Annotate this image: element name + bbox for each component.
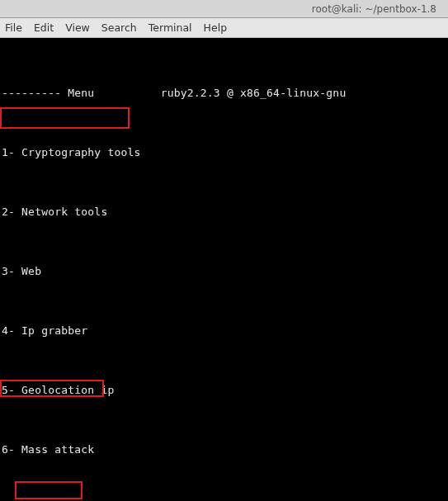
blank-line — [2, 472, 446, 487]
menu-terminal[interactable]: Terminal — [149, 21, 192, 34]
menu-search[interactable]: Search — [101, 21, 137, 34]
menu-edit[interactable]: Edit — [34, 21, 54, 34]
menu-item: 4- Ip grabber — [2, 324, 446, 338]
menu-item: 5- Geolocation ip — [2, 383, 446, 398]
blank-line — [2, 353, 446, 368]
blank-line — [2, 116, 446, 130]
blank-line — [2, 294, 446, 309]
menu-help[interactable]: Help — [204, 21, 228, 34]
window-title: root@kali: ~/pentbox-1.8 — [312, 3, 436, 15]
blank-line — [2, 175, 446, 190]
menu-file[interactable]: File — [5, 21, 22, 34]
menu-item: 3- Web — [2, 264, 446, 279]
menu-bar: File Edit View Search Terminal Help — [0, 18, 448, 38]
menu-item: 1- Cryptography tools — [2, 145, 446, 160]
window-titlebar: root@kali: ~/pentbox-1.8 — [0, 0, 448, 18]
blank-line — [2, 234, 446, 249]
menu-item-highlighted: 2- Network tools — [2, 205, 446, 220]
terminal-output[interactable]: --------- Menu ruby2.2.3 @ x86_64-linux-… — [0, 38, 448, 501]
blank-line — [2, 56, 446, 71]
menu-header: --------- Menu ruby2.2.3 @ x86_64-linux-… — [2, 86, 446, 101]
menu-view[interactable]: View — [65, 21, 90, 34]
blank-line — [2, 413, 446, 428]
menu-item: 6- Mass attack — [2, 442, 446, 457]
